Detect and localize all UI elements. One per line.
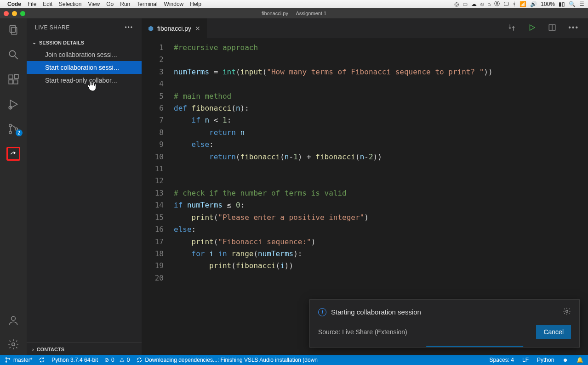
notification-toast: i Starting collaboration session Source:… — [309, 299, 580, 348]
maximize-window-icon[interactable] — [20, 11, 25, 16]
control-center-icon[interactable]: ☰ — [579, 1, 584, 7]
tab-label: fibonacci.py — [157, 25, 191, 32]
status-bar: master* Python 3.7.4 64-bit ⊘0 ⚠0 Downlo… — [0, 355, 588, 365]
status-icon: 🖵 — [503, 1, 509, 7]
menu-terminal[interactable]: Terminal — [137, 1, 157, 7]
explorer-icon[interactable] — [6, 23, 20, 37]
menu-window[interactable]: Window — [164, 1, 184, 7]
status-icon: ⎋ — [480, 1, 484, 7]
svg-line-3 — [15, 56, 18, 59]
chevron-right-icon: › — [32, 347, 34, 352]
tab-fibonacci[interactable]: ⬢ fibonacci.py ✕ — [142, 18, 207, 39]
contacts-header[interactable]: › CONTACTS — [27, 343, 142, 356]
status-sync-icon[interactable] — [39, 357, 45, 363]
run-icon[interactable] — [528, 23, 536, 34]
svg-point-10 — [9, 124, 11, 127]
sidebar-item-start[interactable]: Start collaboration sessi… — [27, 61, 142, 74]
traffic-lights[interactable] — [4, 11, 25, 16]
cancel-button[interactable]: Cancel — [536, 325, 571, 339]
menu-run[interactable]: Run — [120, 1, 130, 7]
menu-help[interactable]: Help — [190, 1, 201, 7]
warning-count: 0 — [127, 357, 130, 363]
menu-edit[interactable]: Edit — [43, 1, 52, 7]
status-problems[interactable]: ⊘0 ⚠0 — [104, 357, 130, 363]
minimize-window-icon[interactable] — [12, 11, 17, 16]
error-count: 0 — [111, 357, 114, 363]
activity-bar: 2 — [0, 18, 27, 356]
menu-view[interactable]: View — [88, 1, 100, 7]
status-task[interactable]: Downloading dependencies...: Finishing V… — [136, 357, 318, 363]
status-icon: Ⓢ — [494, 0, 500, 8]
account-icon[interactable] — [6, 314, 20, 327]
status-icon: ☁ — [471, 1, 477, 7]
toast-title: Starting collaboration session — [331, 308, 421, 316]
sidebar-item-join[interactable]: Join collaboration sessi… — [27, 48, 142, 61]
status-spaces[interactable]: Spaces: 4 — [490, 357, 514, 363]
task-label: Downloading dependencies...: Finishing V… — [145, 357, 318, 363]
section-label: SESSION DETAILS — [39, 40, 84, 45]
svg-rect-7 — [14, 74, 18, 79]
scm-badge: 2 — [16, 129, 23, 136]
svg-rect-5 — [9, 80, 13, 84]
status-icon: ⌂ — [487, 1, 491, 7]
settings-gear-icon[interactable] — [6, 337, 20, 351]
menu-app[interactable]: Code — [7, 1, 21, 7]
chevron-down-icon: ⌄ — [32, 39, 36, 45]
line-gutter: 1234567891011121314151617181920 — [142, 42, 174, 356]
status-icon: ▭ — [462, 1, 468, 7]
svg-rect-1 — [11, 28, 17, 34]
python-file-icon: ⬢ — [148, 25, 154, 32]
menu-file[interactable]: File — [28, 1, 36, 7]
close-window-icon[interactable] — [4, 11, 9, 16]
close-tab-icon[interactable]: ✕ — [195, 25, 200, 32]
window-titlebar: fibonacci.py — Assignment 1 — [0, 8, 588, 18]
editor-tabs: ⬢ fibonacci.py ✕ ••• — [142, 18, 588, 39]
battery-text: 100% — [541, 1, 555, 7]
status-eol[interactable]: LF — [522, 357, 529, 363]
sidebar-title: LIVE SHARE — [35, 24, 70, 31]
svg-rect-0 — [10, 25, 15, 32]
menu-go[interactable]: Go — [106, 1, 114, 7]
split-editor-icon[interactable] — [548, 23, 556, 34]
status-lang[interactable]: Python — [537, 357, 554, 363]
svg-point-14 — [12, 343, 15, 346]
wifi-icon: 📶 — [519, 1, 526, 7]
svg-point-19 — [6, 358, 6, 359]
run-debug-icon[interactable] — [6, 97, 20, 111]
svg-point-11 — [9, 131, 11, 134]
svg-point-18 — [566, 310, 568, 313]
info-icon: i — [318, 308, 326, 316]
source-control-icon[interactable]: 2 — [6, 122, 20, 136]
svg-point-13 — [11, 316, 16, 320]
sidebar: LIVE SHARE ••• ⌄ SESSION DETAILS Join co… — [27, 18, 142, 356]
more-icon[interactable]: ••• — [125, 24, 133, 31]
status-python[interactable]: Python 3.7.4 64-bit — [51, 357, 98, 363]
svg-rect-4 — [9, 75, 13, 79]
svg-marker-15 — [530, 25, 535, 30]
extensions-icon[interactable] — [6, 73, 20, 86]
svg-point-20 — [6, 361, 6, 362]
progress-bar — [426, 346, 523, 347]
live-share-icon[interactable] — [6, 147, 20, 161]
spotlight-icon[interactable]: 🔍 — [569, 1, 576, 7]
window-title: fibonacci.py — Assignment 1 — [262, 11, 326, 16]
sidebar-item-readonly[interactable]: Start read-only collabor… — [27, 74, 142, 87]
toast-source: Source: Live Share (Extension) — [318, 328, 407, 336]
notifications-icon[interactable]: 🔔 — [577, 357, 583, 363]
bluetooth-icon: ᚼ — [513, 1, 516, 7]
contacts-label: CONTACTS — [37, 347, 64, 352]
status-branch[interactable]: master* — [5, 357, 32, 363]
battery-icon: ▮▯ — [559, 1, 565, 7]
status-icon: ◎ — [454, 1, 459, 7]
toast-settings-icon[interactable] — [563, 307, 571, 317]
more-actions-icon[interactable]: ••• — [568, 23, 579, 34]
compare-changes-icon[interactable] — [508, 23, 516, 34]
branch-label: master* — [13, 357, 32, 363]
menu-selection[interactable]: Selection — [59, 1, 81, 7]
macos-menubar: Code File Edit Selection View Go Run Ter… — [0, 0, 588, 8]
session-details-header[interactable]: ⌄ SESSION DETAILS — [27, 37, 142, 48]
svg-point-2 — [9, 51, 15, 56]
search-icon[interactable] — [6, 48, 20, 62]
volume-icon: 🔊 — [530, 1, 537, 7]
feedback-icon[interactable]: ☻ — [562, 357, 568, 363]
